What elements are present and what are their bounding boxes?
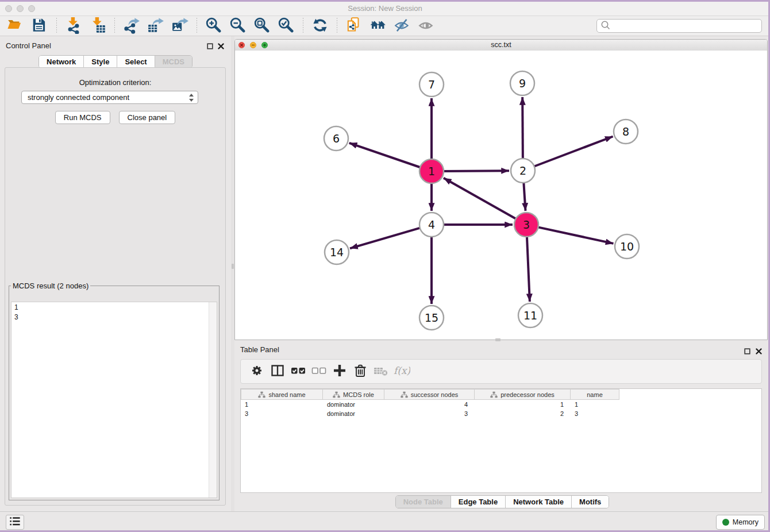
export-network-button[interactable]: [121, 17, 142, 35]
search-input[interactable]: [610, 20, 761, 32]
search-icon: [600, 20, 610, 32]
float-panel-icon[interactable]: [207, 41, 213, 52]
function-fx-button: f(x): [392, 362, 411, 381]
graph-edge-1-2[interactable]: [441, 171, 509, 171]
run-mcds-button[interactable]: Run MCDS: [55, 111, 110, 124]
graph-node-11[interactable]: 11: [518, 303, 542, 327]
column-header-shared-name[interactable]: shared name: [241, 389, 323, 400]
zoom-selected-icon: [278, 17, 295, 36]
graph-node-4[interactable]: 4: [419, 213, 444, 237]
network-window-titlebar[interactable]: scc.txt: [235, 40, 767, 51]
import-table-button[interactable]: [87, 17, 108, 35]
graph-edge-3-1[interactable]: [444, 178, 518, 220]
graph-node-9[interactable]: 9: [510, 71, 534, 95]
trash-button[interactable]: [351, 362, 370, 381]
zoom-selected-button[interactable]: [276, 17, 297, 35]
table-cell[interactable]: 1: [241, 400, 323, 409]
control-tab-select[interactable]: Select: [117, 56, 155, 68]
network-documents-icon: [345, 17, 363, 36]
zoom-in-button[interactable]: [203, 17, 224, 35]
table-tab-node-table[interactable]: Node Table: [396, 496, 451, 508]
graph-node-1[interactable]: 1: [419, 159, 444, 183]
refresh-button[interactable]: [310, 17, 330, 35]
graph-node-14[interactable]: 14: [325, 240, 349, 264]
column-header-predecessor-nodes[interactable]: predecessor nodes: [475, 389, 571, 400]
task-history-button[interactable]: [6, 515, 24, 530]
table-row[interactable]: 1dominator411: [241, 400, 761, 409]
gear-button[interactable]: [247, 362, 267, 381]
table-body: 1dominator4113dominator323: [241, 400, 761, 418]
graph-node-3[interactable]: 3: [514, 213, 538, 237]
table-cell[interactable]: 1: [475, 400, 571, 409]
table-cell[interactable]: dominator: [323, 409, 384, 418]
graph-edge-3-11[interactable]: [527, 234, 530, 302]
export-image-button[interactable]: [170, 17, 190, 35]
add-button[interactable]: [330, 362, 349, 381]
table-row[interactable]: 3dominator323: [241, 409, 761, 418]
graph-edge-2-8[interactable]: [532, 137, 613, 168]
control-tab-mcds[interactable]: MCDS: [155, 56, 192, 68]
graph-node-8[interactable]: 8: [614, 119, 638, 144]
graph-edge-2-3[interactable]: [523, 180, 525, 211]
table-tab-edge-table[interactable]: Edge Table: [451, 496, 506, 508]
table-cell[interactable]: 3: [571, 409, 619, 418]
eye-slash-button[interactable]: [392, 17, 413, 35]
table-cell[interactable]: 1: [571, 400, 619, 409]
column-header-name[interactable]: name: [571, 389, 619, 400]
column-header-successor-nodes[interactable]: successor nodes: [384, 389, 475, 400]
close-table-panel-icon[interactable]: [756, 346, 762, 357]
toolbar-separator: [114, 18, 115, 34]
graph-node-15[interactable]: 15: [419, 306, 444, 330]
network-documents-button[interactable]: [344, 17, 364, 35]
save-button[interactable]: [29, 17, 50, 35]
table-cell[interactable]: 2: [475, 409, 571, 418]
table-cell[interactable]: 3: [384, 409, 475, 418]
svg-text:1: 1: [428, 165, 435, 178]
table-cell[interactable]: 4: [384, 400, 475, 409]
import-network-button[interactable]: [63, 17, 84, 35]
column-header-MCDS-role[interactable]: MCDS role: [323, 389, 384, 400]
node-table: shared nameMCDS rolesuccessor nodesprede…: [240, 388, 762, 493]
memory-button[interactable]: Memory: [716, 515, 765, 530]
graph-edge-4-14[interactable]: [350, 228, 422, 249]
svg-text:7: 7: [428, 78, 435, 91]
close-panel-button[interactable]: Close panel: [119, 111, 176, 124]
check-on-button[interactable]: [288, 362, 308, 381]
result-scrollbar[interactable]: [209, 302, 217, 498]
open-folder-button[interactable]: [5, 17, 26, 35]
open-folder-icon: [7, 17, 24, 36]
graph-node-10[interactable]: 10: [615, 234, 639, 259]
mcds-result-list[interactable]: 13: [11, 302, 217, 498]
close-panel-icon[interactable]: [218, 41, 224, 52]
tree-icon: [258, 391, 265, 398]
table-tab-motifs[interactable]: Motifs: [572, 496, 609, 508]
graph-node-6[interactable]: 6: [324, 126, 348, 151]
control-tab-style[interactable]: Style: [84, 56, 117, 68]
table-panel: Table Panel f(x) shared nameMCDS rolesuc…: [234, 342, 770, 511]
export-table-button[interactable]: [145, 17, 166, 35]
graph-node-7[interactable]: 7: [419, 72, 444, 97]
float-table-panel-icon[interactable]: [744, 346, 750, 357]
table-cell[interactable]: 3: [241, 409, 323, 418]
list-icon: [9, 515, 21, 530]
mcds-result-item[interactable]: 1: [11, 302, 217, 312]
graph-edge-3-10[interactable]: [536, 227, 614, 244]
table-cell[interactable]: dominator: [323, 400, 384, 409]
horizontal-splitter-grip[interactable]: [495, 338, 500, 341]
control-tab-network[interactable]: Network: [39, 56, 84, 68]
graph-node-2[interactable]: 2: [511, 159, 535, 183]
svg-text:4: 4: [428, 218, 435, 231]
homes-icon: [369, 17, 387, 36]
optimization-criterion-select[interactable]: strongly connected component: [21, 91, 198, 104]
columns-button[interactable]: [268, 362, 287, 381]
table-tab-network-table[interactable]: Network Table: [506, 496, 572, 508]
check-off-button[interactable]: [309, 362, 329, 381]
zoom-fit-button[interactable]: [252, 17, 272, 35]
homes-button[interactable]: [368, 17, 388, 35]
network-canvas[interactable]: 7968124314101511: [235, 51, 767, 340]
search-box[interactable]: [596, 19, 762, 33]
mcds-result-item[interactable]: 3: [11, 312, 217, 322]
graph-edge-2-9[interactable]: [522, 97, 523, 161]
zoom-out-button[interactable]: [228, 17, 248, 35]
graph-edge-1-6[interactable]: [349, 143, 422, 168]
